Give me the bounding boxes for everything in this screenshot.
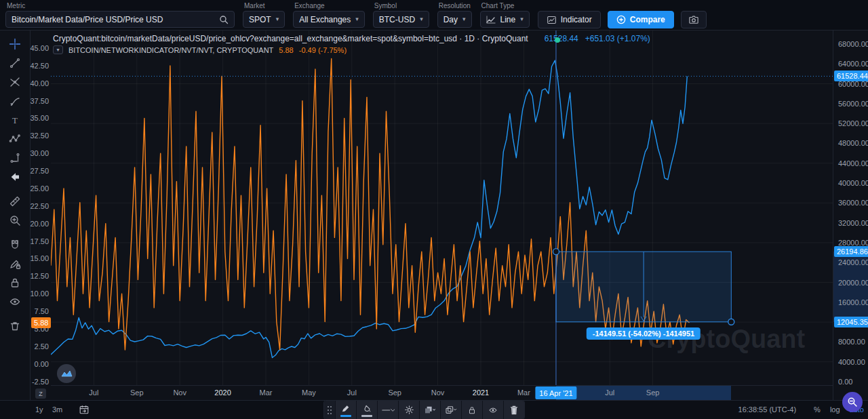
measure-result-badge: -14149.51 (-54.02%) -1414951 xyxy=(587,327,701,340)
right-axis-tick: 44000.00 xyxy=(838,159,868,167)
snapshot-button[interactable] xyxy=(681,11,707,28)
metric-search-input[interactable]: Bitcoin/Market Data/Price USD/Price USD xyxy=(5,11,235,28)
right-axis-tick: 24000.00 xyxy=(838,258,868,266)
pattern-tool-button[interactable] xyxy=(3,129,26,148)
fill-color-button[interactable] xyxy=(357,401,377,419)
time-axis-tick: Sep xyxy=(646,388,660,397)
exchange-group: Exchange All Exchanges ▾ xyxy=(293,2,365,28)
right-axis-tick: 4000.00 xyxy=(838,358,865,366)
legend-price: 61528.44 xyxy=(545,34,578,43)
left-axis-tick: 22.50 xyxy=(30,202,49,210)
time-axis-tick: Jul xyxy=(605,388,614,397)
camera-icon xyxy=(688,15,699,24)
clone-button[interactable] xyxy=(441,401,461,419)
lock-drawing-button[interactable] xyxy=(462,401,482,419)
chart-plot-area[interactable]: CryptoQuant xyxy=(51,31,833,385)
range-1y-button[interactable]: 1y xyxy=(35,405,43,414)
time-axis-tick: Jul xyxy=(347,388,357,397)
remove-drawings-button[interactable] xyxy=(3,317,26,336)
projection-tool-button[interactable] xyxy=(3,148,26,167)
exchange-select[interactable]: All Exchanges ▾ xyxy=(293,11,365,28)
crosshair-tool-button[interactable] xyxy=(3,35,26,54)
compare-button[interactable]: Compare xyxy=(608,11,674,28)
time-axis-tick: Jul xyxy=(89,388,98,397)
ruler-tool-button[interactable] xyxy=(3,192,26,211)
line-color-swatch xyxy=(340,415,351,417)
left-axis-tick: 0.00 xyxy=(35,360,49,368)
left-axis-tick: 37.50 xyxy=(30,97,49,105)
hide-drawings-button[interactable] xyxy=(3,292,26,311)
right-axis-tick: 64000.00 xyxy=(838,60,868,68)
log-scale-button[interactable]: log xyxy=(830,405,840,414)
measure-handle[interactable] xyxy=(728,319,734,325)
time-axis-tick: Mar xyxy=(517,388,530,397)
time-axis-tick: 2020 xyxy=(214,388,231,397)
line-chart-icon xyxy=(486,16,496,24)
drawing-toolbar: T xyxy=(0,31,31,400)
price-badge: 12045.35 xyxy=(834,317,868,327)
palette-drag-handle[interactable] xyxy=(324,401,335,419)
chevron-down-icon: ▾ xyxy=(520,16,524,22)
left-price-axis[interactable]: 45.0042.5040.0037.5035.0032.5030.0027.50… xyxy=(31,31,51,385)
right-price-axis[interactable]: 68000.0064000.0060000.0056000.0052000.00… xyxy=(833,31,868,400)
chevron-down-icon: ▾ xyxy=(355,16,359,22)
delete-drawing-button[interactable] xyxy=(504,401,524,419)
resolution-select[interactable]: Day ▾ xyxy=(437,11,472,28)
resolution-label: Resolution xyxy=(437,2,472,9)
left-axis-tick: 10.00 xyxy=(30,290,49,298)
right-axis-tick: 28000.00 xyxy=(838,239,868,247)
left-axis-tick: 45.00 xyxy=(30,44,49,52)
legend-nvt-change: -0.49 (-7.75%) xyxy=(299,46,347,54)
metric-value: Bitcoin/Market Data/Price USD/Price USD xyxy=(12,15,163,24)
symbol-group: Symbol BTC-USD ▾ xyxy=(373,2,429,28)
go-to-date-button[interactable] xyxy=(79,404,90,416)
top-toolbar: Metric Bitcoin/Market Data/Price USD/Pri… xyxy=(0,0,868,31)
magnet-tool-button[interactable] xyxy=(3,235,26,254)
metric-label: Metric xyxy=(5,2,235,9)
chart-application: Metric Bitcoin/Market Data/Price USD/Pri… xyxy=(0,0,868,419)
left-axis-tick: 17.50 xyxy=(30,237,49,245)
fib-tool-button[interactable] xyxy=(3,73,26,92)
indicator-button[interactable]: Indicator xyxy=(538,11,601,28)
price-badge: 26194.86 xyxy=(834,246,868,257)
right-axis-tick: 68000.00 xyxy=(838,40,868,48)
measure-handle[interactable] xyxy=(553,249,559,255)
chart-type-select[interactable]: Line ▾ xyxy=(480,11,530,28)
chart-type-group: Chart Type Line ▾ xyxy=(480,2,530,28)
legend-change: +651.03 (+1.07%) xyxy=(585,34,650,43)
hide-drawing-button[interactable] xyxy=(483,401,503,419)
fill-color-swatch xyxy=(361,415,372,417)
range-3m-button[interactable]: 3m xyxy=(52,405,62,414)
market-select[interactable]: SPOT ▾ xyxy=(243,11,285,28)
plus-circle-icon xyxy=(616,15,626,24)
drawing-properties-palette xyxy=(323,400,525,419)
drawing-mode-lock-button[interactable] xyxy=(3,254,26,273)
time-axis[interactable]: JulSepNov2020MarMayJulSepNov2021MarJulSe… xyxy=(51,385,833,400)
right-axis-tick: 32000.00 xyxy=(838,219,868,227)
cryptoquant-logo-button[interactable] xyxy=(57,364,76,383)
line-style-button[interactable] xyxy=(378,401,398,419)
symbol-select[interactable]: BTC-USD ▾ xyxy=(373,11,429,28)
zoom-in-tool-button[interactable] xyxy=(3,211,26,230)
right-axis-tick: 36000.00 xyxy=(838,199,868,207)
collapse-arrow-button[interactable] xyxy=(3,167,26,186)
lock-all-drawings-button[interactable] xyxy=(3,273,26,292)
brush-tool-button[interactable] xyxy=(3,92,26,111)
time-axis-tick: Nov xyxy=(173,388,186,397)
legend-indicator-row: ▾ BITCOIN/NETWORKINDICATOR/NVT/NVT, CRYP… xyxy=(53,45,650,54)
legend-collapse-button[interactable]: ▾ xyxy=(53,45,63,54)
percent-scale-button[interactable]: % xyxy=(814,405,821,414)
zoom-out-fab-button[interactable] xyxy=(842,392,863,412)
time-axis-tick: Sep xyxy=(130,388,144,397)
line-color-button[interactable] xyxy=(336,401,356,419)
right-axis-tick: 48000.00 xyxy=(838,139,868,147)
right-axis-tick: 52000.00 xyxy=(838,119,868,127)
visual-order-button[interactable] xyxy=(420,401,440,419)
trend-line-tool-button[interactable] xyxy=(3,54,26,73)
legend-source-text: CryptoQuant:bitcoin/marketData/priceUSD/… xyxy=(53,34,528,43)
symbol-label: Symbol xyxy=(373,2,429,9)
legend-source-row: CryptoQuant:bitcoin/marketData/priceUSD/… xyxy=(53,34,650,43)
text-tool-button[interactable]: T xyxy=(3,111,26,129)
settings-gear-button[interactable] xyxy=(399,401,419,419)
chart-type-label: Chart Type xyxy=(480,2,530,9)
